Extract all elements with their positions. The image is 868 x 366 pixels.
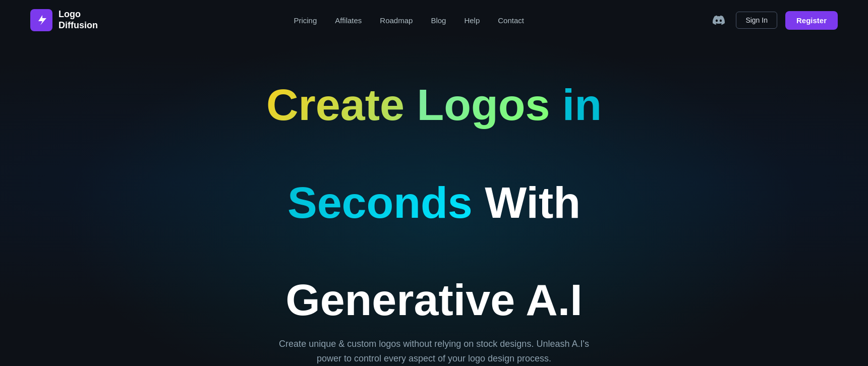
nav-link-contact[interactable]: Contact (498, 16, 524, 25)
discord-icon[interactable] (710, 11, 728, 29)
nav-link-pricing[interactable]: Pricing (294, 16, 317, 25)
nav-link-roadmap[interactable]: Roadmap (380, 16, 413, 25)
hero-title-line3: Generative A.I (266, 276, 602, 325)
navbar: Logo Diffusion Pricing Affilates Roadmap… (0, 0, 868, 40)
hero-title-in: in (562, 80, 602, 130)
hero-title-with: With (485, 177, 581, 227)
hero-section: Create Logos in Seconds With Generative … (0, 40, 868, 366)
register-button[interactable]: Register (785, 11, 838, 30)
nav-links: Pricing Affilates Roadmap Blog Help Cont… (128, 16, 689, 25)
logo[interactable]: Logo Diffusion (30, 9, 98, 31)
logo-icon (30, 9, 52, 31)
hero-title-seconds: Seconds (287, 177, 473, 227)
logo-text: Logo Diffusion (59, 9, 98, 31)
hero-title-create: Create (266, 80, 404, 130)
nav-link-affiliates[interactable]: Affilates (335, 16, 362, 25)
logo-name-line2: Diffusion (59, 20, 98, 30)
hero-title: Create Logos in Seconds With Generative … (266, 81, 602, 325)
sign-in-button[interactable]: Sign In (736, 12, 777, 29)
hero-subtitle: Create unique & custom logos without rel… (278, 337, 591, 366)
nav-link-help[interactable]: Help (464, 16, 480, 25)
logo-name-line1: Logo (59, 9, 81, 19)
nav-link-blog[interactable]: Blog (431, 16, 446, 25)
hero-title-logos: Logos (417, 80, 550, 130)
nav-right: Sign In Register (710, 11, 838, 30)
